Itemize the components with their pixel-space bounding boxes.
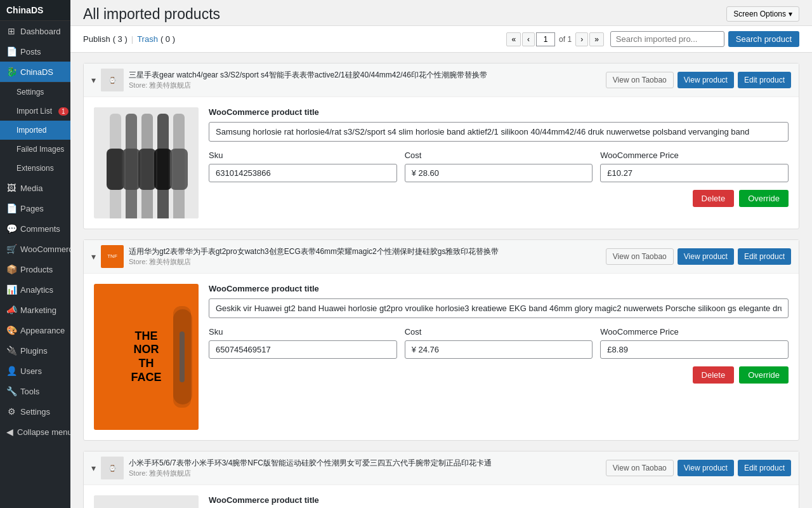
comments-icon: 💬 xyxy=(6,224,16,234)
product-body-right-1: WooCommerce product title Sku Cost xyxy=(209,107,789,218)
fields-row-2: Sku Cost WooCommerce Price xyxy=(209,327,789,359)
next-page-button[interactable]: › xyxy=(575,32,588,46)
svg-rect-10 xyxy=(138,149,156,190)
sidebar-item-chinaDS[interactable]: 🐉 ChinaDS xyxy=(0,62,70,82)
sidebar-item-comments[interactable]: 💬 Comments xyxy=(0,218,70,239)
price-input-2[interactable] xyxy=(600,340,789,359)
wc-title-input-2[interactable] xyxy=(209,298,789,318)
orange-brand-text: THENORTHFACE xyxy=(131,330,161,384)
publish-filter-link[interactable]: Publish xyxy=(83,34,110,44)
product-card-2: ▾ TNF 适用华为gt2表带华为手表gt2pro女watch3创意ECG表带4… xyxy=(83,239,799,441)
view-taobao-button-1[interactable]: View on Taobao xyxy=(606,72,674,88)
sidebar-item-collapse[interactable]: ◀ Collapse menu xyxy=(0,422,70,442)
sidebar-item-plugins[interactable]: 🔌 Plugins xyxy=(0,340,70,361)
settings-icon: ⚙ xyxy=(6,406,16,417)
cost-input-1[interactable] xyxy=(405,164,593,182)
sidebar-item-imported[interactable]: Imported xyxy=(0,121,70,140)
product-image-1 xyxy=(94,107,199,218)
page-title: All imported products xyxy=(83,7,220,22)
sidebar-item-media[interactable]: 🖼 Media xyxy=(0,178,70,198)
view-taobao-button-3[interactable]: View on Taobao xyxy=(606,460,674,476)
sidebar-item-pages[interactable]: 📄 Pages xyxy=(0,198,70,218)
screen-options-button[interactable]: Screen Options ▾ xyxy=(726,6,799,22)
sku-input-2[interactable] xyxy=(209,340,397,359)
cost-label-2: Cost xyxy=(405,327,593,337)
product-thumb-3: ⌚ xyxy=(101,457,124,479)
sidebar-item-posts[interactable]: 📄 Posts xyxy=(0,41,70,62)
product-header-2: ▾ TNF 适用华为gt2表带华为手表gt2pro女watch3创意ECG表带4… xyxy=(84,240,799,274)
product-header-1: ▾ ⌚ 三星手表gear watch4/gear s3/S2/sport s4智… xyxy=(84,64,799,97)
sidebar-item-woocommerce[interactable]: 🛒 WooCommerce xyxy=(0,239,70,259)
product-card-1: ▾ ⌚ 三星手表gear watch4/gear s3/S2/sport s4智… xyxy=(83,63,799,229)
sidebar-logo: ChinaDS xyxy=(0,0,70,21)
page-number-input[interactable] xyxy=(536,32,555,46)
override-button-1[interactable]: Override xyxy=(739,190,789,207)
sidebar-item-users[interactable]: 👤 Users xyxy=(0,361,70,381)
users-icon: 👤 xyxy=(6,366,16,376)
appearance-icon: 🎨 xyxy=(6,325,16,335)
delete-button-1[interactable]: Delete xyxy=(693,190,735,207)
svg-rect-9 xyxy=(122,149,140,190)
override-button-2[interactable]: Override xyxy=(739,366,789,384)
price-input-1[interactable] xyxy=(600,164,789,182)
filter-links: Publish ( 3 ) | Trash ( 0 ) xyxy=(83,34,175,44)
sku-label-1: Sku xyxy=(209,150,397,160)
product-header-3: ▾ ⌚ 小米手环5/6/7表带小米手环3/4腕带NFC版智能运动硅胶个性潮男女可… xyxy=(84,451,799,485)
wc-title-input-1[interactable] xyxy=(209,122,789,142)
cost-input-2[interactable] xyxy=(405,340,593,359)
wc-title-label-1: WooCommerce product title xyxy=(209,107,789,117)
product-thumb-2: TNF xyxy=(101,245,124,268)
sidebar-item-settings[interactable]: ⚙ Settings xyxy=(0,401,70,422)
product-cn-title-2: 适用华为gt2表带华为手表gt2pro女watch3创意ECG表带46mm荣耀m… xyxy=(129,246,499,257)
product-actions-1: Delete Override xyxy=(209,190,789,207)
trash-filter-link[interactable]: Trash xyxy=(137,34,158,44)
last-page-button[interactable]: » xyxy=(589,32,604,46)
chevron-down-icon: ▾ xyxy=(789,10,792,18)
sidebar-item-analytics[interactable]: 📊 Analytics xyxy=(0,279,70,300)
sidebar-item-products[interactable]: 📦 Products xyxy=(0,259,70,279)
import-list-badge: 1 xyxy=(58,107,69,116)
collapse-button-2[interactable]: ▾ xyxy=(91,251,96,262)
subnav: Publish ( 3 ) | Trash ( 0 ) « ‹ of 1 › »… xyxy=(70,26,812,53)
price-label-1: WooCommerce Price xyxy=(600,150,789,160)
svg-rect-16 xyxy=(94,495,199,508)
products-icon: 📦 xyxy=(6,264,16,274)
sidebar-item-settings-sub[interactable]: Settings xyxy=(0,83,70,102)
search-button[interactable]: Search product xyxy=(728,31,799,47)
edit-product-button-3[interactable]: Edit product xyxy=(738,460,791,476)
view-product-button-1[interactable]: View product xyxy=(678,72,734,88)
wc-title-label-3: WooCommerce product title xyxy=(209,495,789,505)
view-product-button-3[interactable]: View product xyxy=(678,460,734,476)
product-cn-title-3: 小米手环5/6/7表带小米手环3/4腕带NFC版智能运动硅胶个性潮男女可爱三四五… xyxy=(129,458,492,469)
collapse-button-1[interactable]: ▾ xyxy=(91,75,96,85)
view-product-button-2[interactable]: View product xyxy=(678,248,734,265)
woocommerce-icon: 🛒 xyxy=(6,244,16,254)
prev-page-button[interactable]: ‹ xyxy=(522,32,535,46)
sku-input-1[interactable] xyxy=(209,164,397,182)
view-taobao-button-2[interactable]: View on Taobao xyxy=(606,248,674,265)
product-list: ▾ ⌚ 三星手表gear watch4/gear s3/S2/sport s4智… xyxy=(70,53,812,508)
sidebar-item-marketing[interactable]: 📣 Marketing xyxy=(0,300,70,320)
sidebar-item-tools[interactable]: 🔧 Tools xyxy=(0,381,70,401)
product-body-1: WooCommerce product title Sku Cost xyxy=(84,97,799,229)
sidebar-item-import-list[interactable]: Import List 1 xyxy=(0,102,70,121)
svg-rect-11 xyxy=(154,149,172,190)
edit-product-button-2[interactable]: Edit product xyxy=(738,248,791,265)
sidebar-item-failed-images[interactable]: Failed Images xyxy=(0,140,70,159)
edit-product-button-1[interactable]: Edit product xyxy=(738,72,791,88)
sidebar-item-dashboard[interactable]: ⊞ Dashboard xyxy=(0,21,70,41)
product-store-2: Store: 雅美特旗舰店 xyxy=(129,257,499,267)
main-area: All imported products Screen Options ▾ P… xyxy=(70,0,812,508)
posts-icon: 📄 xyxy=(6,46,16,57)
product-store-3: Store: 雅美特旗舰店 xyxy=(129,469,492,478)
product-card-3: ▾ ⌚ 小米手环5/6/7表带小米手环3/4腕带NFC版智能运动硅胶个性潮男女可… xyxy=(83,451,799,508)
first-page-button[interactable]: « xyxy=(506,32,521,46)
svg-rect-12 xyxy=(170,149,188,190)
sidebar-item-extensions[interactable]: Extensions xyxy=(0,159,70,178)
sidebar-item-appearance[interactable]: 🎨 Appearance xyxy=(0,320,70,340)
search-input[interactable] xyxy=(610,31,724,47)
collapse-button-3[interactable]: ▾ xyxy=(91,463,96,473)
wc-title-label-2: WooCommerce product title xyxy=(209,284,789,293)
plugins-icon: 🔌 xyxy=(6,345,16,356)
delete-button-2[interactable]: Delete xyxy=(693,366,735,384)
